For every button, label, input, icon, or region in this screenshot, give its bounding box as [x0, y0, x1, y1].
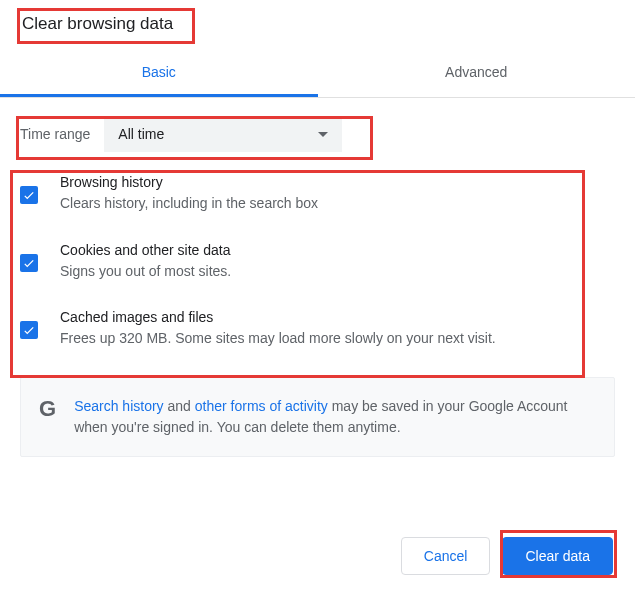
tab-bar: Basic Advanced	[0, 50, 635, 98]
chevron-down-icon	[318, 132, 328, 137]
dialog-buttons: Cancel Clear data	[401, 537, 613, 575]
option-title: Cookies and other site data	[60, 242, 615, 258]
time-range-label: Time range	[20, 126, 90, 142]
check-icon	[22, 188, 36, 202]
tab-basic[interactable]: Basic	[0, 50, 318, 97]
option-title: Browsing history	[60, 174, 615, 190]
options-list: Browsing history Clears history, includi…	[20, 174, 615, 349]
option-title: Cached images and files	[60, 309, 615, 325]
option-text: Browsing history Clears history, includi…	[60, 174, 615, 214]
cancel-button[interactable]: Cancel	[401, 537, 491, 575]
option-cache: Cached images and files Frees up 320 MB.…	[20, 309, 615, 349]
option-cookies: Cookies and other site data Signs you ou…	[20, 242, 615, 282]
option-desc: Signs you out of most sites.	[60, 262, 615, 282]
check-icon	[22, 323, 36, 337]
checkbox-browsing-history[interactable]	[20, 186, 38, 204]
clear-data-button[interactable]: Clear data	[502, 537, 613, 575]
checkbox-cookies[interactable]	[20, 254, 38, 272]
google-logo-icon: G	[39, 396, 56, 422]
checkbox-cache[interactable]	[20, 321, 38, 339]
option-text: Cookies and other site data Signs you ou…	[60, 242, 615, 282]
other-activity-link[interactable]: other forms of activity	[195, 398, 328, 414]
clear-browsing-data-dialog: Clear browsing data Basic Advanced Time …	[0, 0, 635, 457]
time-range-row: Time range All time	[20, 116, 635, 152]
time-range-select[interactable]: All time	[104, 116, 342, 152]
info-text: Search history and other forms of activi…	[74, 396, 596, 438]
tab-advanced[interactable]: Advanced	[318, 50, 636, 97]
check-icon	[22, 256, 36, 270]
time-range-value: All time	[118, 126, 164, 142]
dialog-title: Clear browsing data	[0, 0, 191, 44]
option-desc: Clears history, including in the search …	[60, 194, 615, 214]
option-browsing-history: Browsing history Clears history, includi…	[20, 174, 615, 214]
option-text: Cached images and files Frees up 320 MB.…	[60, 309, 615, 349]
search-history-link[interactable]: Search history	[74, 398, 163, 414]
google-account-info: G Search history and other forms of acti…	[20, 377, 615, 457]
option-desc: Frees up 320 MB. Some sites may load mor…	[60, 329, 615, 349]
